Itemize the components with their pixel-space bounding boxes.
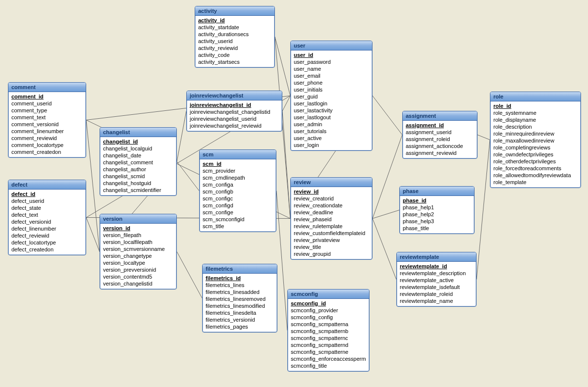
column: scmconfig_scmpatterne [291,348,366,355]
column: activity_startdate [198,24,271,31]
column: user_phone [294,79,369,86]
column: review_title [294,243,369,250]
column: scmconfig_title [291,362,366,369]
table-body-reviewtemplate: reviewtemplate_idreviewtemplate_descript… [397,262,476,306]
column: user_guid [294,93,369,100]
column: changelist_date [103,152,173,159]
table-joinreviewchangelist[interactable]: joinreviewchangelistjoinreviewchangelist… [186,91,282,132]
column: joinreviewchangelist_changelistid [190,108,279,115]
column: reviewtemplate_roleid [400,290,473,297]
column: version_contentmd5 [103,273,173,280]
table-body-changelist: changelist_idchangelist_localguidchangel… [100,137,176,195]
table-header-defect[interactable]: defect [8,180,86,190]
table-review[interactable]: reviewreview_idreview_creatoridreview_cr… [290,177,373,260]
table-header-version[interactable]: version [100,214,176,224]
table-header-reviewtemplate[interactable]: reviewtemplate [397,252,476,262]
column: user_name [294,65,369,72]
column: changelist_author [103,166,173,173]
column: defect_text [11,211,83,218]
column: scmconfig_scmpatternc [291,335,366,341]
column: user_login [294,142,369,148]
column: activity_durationsecs [198,31,271,38]
connector [177,111,186,162]
table-header-comment[interactable]: comment [8,83,86,92]
column: defect_userid [11,197,83,204]
table-body-role: role_idrole_systemnamerole_displaynamero… [490,101,581,188]
table-body-scm: scm_idscm_providerscm_cmdlinepathscm_con… [200,159,276,232]
column: changelist_localguid [103,145,173,152]
connector [86,218,100,252]
column: user_lastlogin [294,100,369,107]
column: reviewtemplate_name [400,297,473,304]
table-header-joinreviewchangelist[interactable]: joinreviewchangelist [187,91,282,100]
table-header-changelist[interactable]: changelist [100,128,176,137]
column: user_admin [294,121,369,128]
column: version_localtype [103,259,173,266]
table-header-user[interactable]: user [291,41,372,50]
column: review_deadline [294,209,369,216]
table-comment[interactable]: commentcomment_idcomment_useridcomment_t… [8,82,86,158]
table-header-review[interactable]: review [291,178,372,187]
column-pk: scmconfig_id [291,300,366,307]
column: scmconfig_scmpatterna [291,321,366,328]
column: review_groupid [294,250,369,257]
column-pk: changelist_id [103,138,173,145]
table-header-scmconfig[interactable]: scmconfig [288,290,369,299]
table-scm[interactable]: scmscm_idscm_providerscm_cmdlinepathscm_… [199,149,276,232]
connector [373,210,399,219]
column: user_initials [294,86,369,93]
column: scmconfig_scmpatternb [291,328,366,335]
table-phase[interactable]: phasephase_idphase_help1phase_help2phase… [399,186,475,234]
column: defect_reviewid [11,232,83,239]
column: review_customfieldtemplateid [294,230,369,237]
table-header-filemetrics[interactable]: filemetrics [203,264,277,274]
table-reviewtemplate[interactable]: reviewtemplatereviewtemplate_idreviewtem… [396,252,477,307]
table-assignment[interactable]: assignmentassignment_idassignment_userid… [402,111,478,159]
column-pk: review_id [294,188,369,195]
column: phase_help1 [403,204,471,211]
column: role_forcedtoreadcomments [493,165,578,172]
table-filemetrics[interactable]: filemetricsfilemetrics_idfilemetrics_lin… [202,264,277,333]
column: phase_help2 [403,211,471,218]
table-activity[interactable]: activityactivity_idactivity_startdateact… [195,6,275,68]
column: changelist_scmidentifier [103,187,173,194]
column: assignment_roleid [406,136,474,143]
connector [177,252,202,298]
table-header-role[interactable]: role [490,92,581,101]
table-header-assignment[interactable]: assignment [403,111,477,121]
connector [373,96,402,135]
column: review_creatorid [294,195,369,202]
table-user[interactable]: useruser_iduser_passworduser_nameuser_em… [290,41,373,151]
column: role_completingreviews [493,144,578,151]
column: review_ruletemplate [294,223,369,230]
table-scmconfig[interactable]: scmconfigscmconfig_idscmconfig_providers… [287,289,370,372]
column: comment_text [11,114,83,121]
table-body-review: review_idreview_creatoridreview_creation… [291,187,372,259]
connector [282,96,290,111]
table-changelist[interactable]: changelistchangelist_idchangelist_localg… [100,127,177,196]
column-pk: filemetrics_id [206,275,274,282]
column: joinreviewchangelist_userid [190,115,279,122]
table-defect[interactable]: defectdefect_iddefect_useriddefect_state… [8,180,86,255]
table-header-activity[interactable]: activity [195,6,274,16]
column: review_phaseid [294,216,369,223]
column: filemetrics_linesdelta [206,309,274,316]
table-header-phase[interactable]: phase [400,187,474,196]
column: filemetrics_lines [206,282,274,289]
table-body-comment: comment_idcomment_useridcomment_typecomm… [8,92,86,157]
table-version[interactable]: versionversion_idversion_filepathversion… [100,214,177,290]
column: version_localfilepath [103,239,173,245]
column-pk: defect_id [11,191,83,197]
column: comment_type [11,107,83,114]
column: comment_versionid [11,121,83,128]
column: filemetrics_versionid [206,316,274,323]
column: role_owndefectprivileges [493,151,578,158]
column: joinreviewchangelist_reviewid [190,122,279,129]
column: reviewtemplate_description [400,270,473,277]
column: review_creationdate [294,202,369,209]
column: scm_configa [203,181,273,188]
column: activity_code [198,51,271,58]
table-header-scm[interactable]: scm [200,150,276,159]
column-pk: activity_id [198,17,271,24]
table-role[interactable]: rolerole_idrole_systemnamerole_displayna… [490,92,581,188]
